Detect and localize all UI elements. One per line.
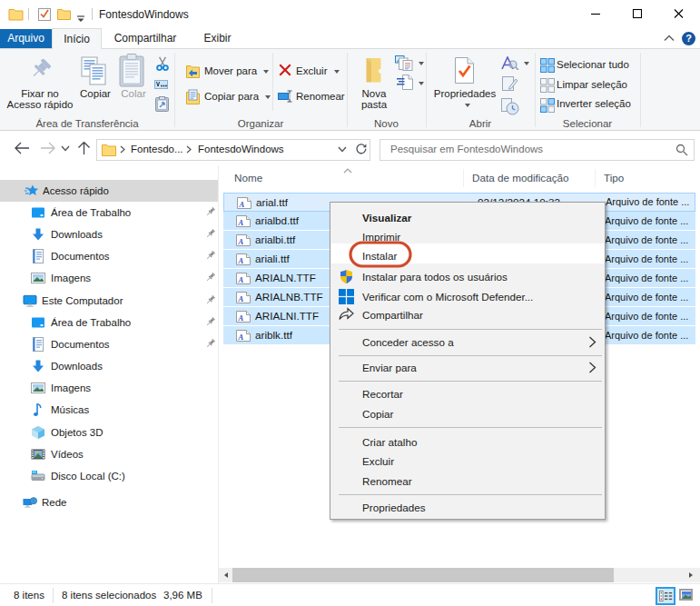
svg-text:A: A (238, 313, 244, 323)
svg-text:A: A (238, 275, 244, 284)
svg-text:A: A (238, 256, 244, 265)
svg-text:A: A (238, 218, 244, 227)
svg-text:A: A (238, 237, 244, 246)
svg-text:A: A (238, 333, 244, 342)
svg-text:A: A (239, 200, 245, 209)
svg-text:A: A (238, 294, 244, 303)
